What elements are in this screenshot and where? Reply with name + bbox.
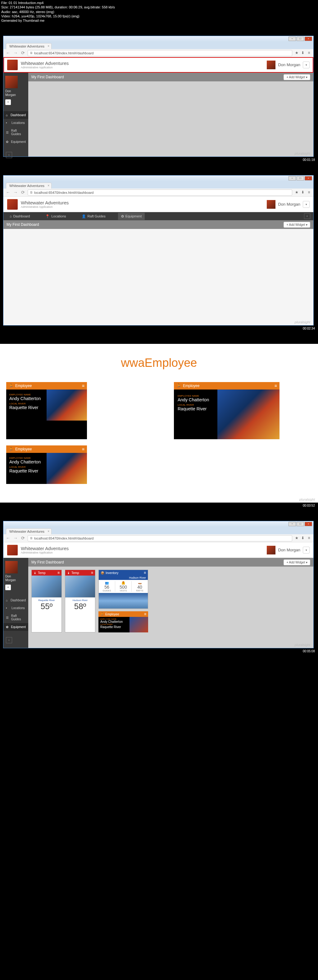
url-input[interactable]: 🗎 localhost:65470/index.html#/dashboard bbox=[28, 535, 292, 541]
watermark: pluralsight bbox=[295, 643, 310, 647]
widget-title: Temp bbox=[72, 571, 79, 574]
field-label: EMPLOYEE NAME bbox=[9, 457, 43, 460]
sidebar-collapse-button[interactable]: ‹ bbox=[6, 152, 12, 158]
user-menu-button[interactable]: ▾ bbox=[303, 547, 310, 554]
url-text: localhost:65470/index.html#/dashboard bbox=[34, 191, 94, 194]
timestamp-4: 00:05:08 bbox=[0, 648, 318, 654]
stat-rafts: 🛶 40 RAFTS bbox=[132, 581, 148, 592]
card-header: 🏃 Employee ≡ bbox=[6, 382, 87, 390]
maximize-button[interactable]: □ bbox=[297, 37, 304, 41]
tab-strip: Whitewater Adventures × bbox=[3, 181, 313, 189]
minimize-button[interactable]: − bbox=[288, 522, 296, 526]
menu-icon[interactable]: ≡ bbox=[307, 190, 312, 195]
extension-icon[interactable]: ★ bbox=[294, 190, 299, 195]
back-button[interactable]: ← bbox=[5, 190, 11, 196]
dashboard-title: My First Dashboard bbox=[6, 223, 283, 227]
sidebar-item-equipment[interactable]: ✿ Equipment bbox=[3, 623, 28, 631]
slide-wwa-employee: wwaEmployee 🏃 Employee ≡ EMPLOYEE NAME A… bbox=[0, 344, 318, 503]
sidebar-item-label: Dashboard bbox=[11, 113, 26, 117]
add-widget-button[interactable]: + Add Widget ▾ bbox=[283, 222, 310, 228]
tab-close-icon[interactable]: × bbox=[48, 184, 49, 187]
sidebar-item-locations[interactable]: • Locations bbox=[3, 604, 28, 612]
employee-river: Raquette River bbox=[100, 625, 128, 629]
watermark: pluralsight bbox=[295, 151, 310, 155]
extension-icon-2[interactable]: ⬇ bbox=[300, 536, 305, 541]
hnav-item-dashboard[interactable]: ⌂ Dashboard bbox=[6, 213, 33, 220]
user-menu-button[interactable]: ▾ bbox=[303, 201, 310, 208]
extension-icon-2[interactable]: ⬇ bbox=[300, 51, 305, 56]
reload-button[interactable]: ⟳ bbox=[20, 190, 26, 196]
close-button[interactable]: × bbox=[305, 176, 312, 180]
url-text: localhost:65470/index.html#/dashboard bbox=[34, 51, 94, 55]
sidebar-item-raft-guides[interactable]: ☰ Raft Guides bbox=[3, 127, 28, 138]
forward-button[interactable]: → bbox=[13, 190, 18, 196]
maximize-button[interactable]: □ bbox=[297, 522, 304, 526]
forward-button[interactable]: → bbox=[13, 536, 18, 541]
sidebar-user-menu[interactable]: ▾ bbox=[5, 99, 11, 105]
reload-button[interactable]: ⟳ bbox=[20, 50, 26, 56]
extension-icon-2[interactable]: ⬇ bbox=[300, 190, 305, 195]
temp-widget-2[interactable]: 🌡 Temp ≡ Hudson River 58º bbox=[65, 570, 95, 632]
url-input[interactable]: 🗎 localhost:65470/index.html#/dashboard bbox=[28, 189, 292, 196]
app-subtitle: Administrative Application bbox=[21, 66, 264, 69]
widget-menu-icon[interactable]: ≡ bbox=[144, 571, 146, 575]
extension-icon[interactable]: ★ bbox=[294, 51, 299, 56]
sidebar-avatar bbox=[5, 76, 18, 88]
app-header: Whitewater Adventures Administrative App… bbox=[3, 57, 313, 73]
menu-icon[interactable]: ≡ bbox=[307, 51, 312, 56]
menu-icon[interactable]: ≡ bbox=[307, 536, 312, 541]
hnav-item-raft-guides[interactable]: 👤 Raft Guides bbox=[79, 213, 109, 220]
inventory-location: Hudson River bbox=[99, 576, 148, 580]
user-menu-button[interactable]: ▾ bbox=[303, 62, 310, 68]
list-icon: ☰ bbox=[6, 131, 9, 134]
window-titlebar: − □ × bbox=[3, 175, 313, 181]
nav-collapse-button[interactable]: ‹ bbox=[304, 213, 310, 219]
hnav-label: Equipment bbox=[126, 214, 142, 218]
temp-widget-1[interactable]: 🌡 Temp ≡ Raquette River 55º bbox=[31, 570, 62, 632]
widget-menu-icon[interactable]: ≡ bbox=[57, 571, 60, 575]
app-header: Whitewater Adventures Administrative App… bbox=[3, 542, 313, 558]
extension-icon[interactable]: ★ bbox=[294, 536, 299, 541]
browser-tab[interactable]: Whitewater Adventures × bbox=[6, 43, 52, 49]
close-button[interactable]: × bbox=[305, 37, 312, 41]
back-button[interactable]: ← bbox=[5, 536, 11, 541]
browser-tab[interactable]: Whitewater Adventures × bbox=[6, 183, 52, 189]
add-widget-button[interactable]: + Add Widget ▾ bbox=[283, 559, 310, 565]
vest-icon: 🦺 bbox=[115, 581, 131, 585]
tab-close-icon[interactable]: × bbox=[48, 530, 49, 533]
reload-button[interactable]: ⟳ bbox=[20, 536, 26, 541]
hnav-item-equipment[interactable]: ✿ Equipment bbox=[118, 213, 145, 220]
hnav-item-locations[interactable]: 📍 Locations bbox=[42, 213, 69, 220]
browser-tab[interactable]: Whitewater Adventures × bbox=[6, 528, 52, 534]
sidebar-item-raft-guides[interactable]: ☰ Raft Guides bbox=[3, 612, 28, 623]
widget-menu-icon[interactable]: ≡ bbox=[144, 612, 146, 616]
address-bar: ← → ⟳ 🗎 localhost:65470/index.html#/dash… bbox=[3, 534, 313, 542]
tab-close-icon[interactable]: × bbox=[48, 45, 49, 48]
sidebar-item-dashboard[interactable]: ⌂ Dashboard bbox=[3, 111, 28, 119]
back-button[interactable]: ← bbox=[5, 50, 11, 56]
sidebar-item-locations[interactable]: • Locations bbox=[3, 119, 28, 127]
employee-widget[interactable]: 🏃 Employee ≡ EMPLOYEE NAME Andy Chattert… bbox=[99, 611, 148, 632]
minimize-button[interactable]: − bbox=[288, 176, 296, 180]
box-icon: 📦 bbox=[101, 571, 104, 574]
watermark: pluralsight bbox=[295, 320, 310, 324]
sidebar-item-dashboard[interactable]: ⌂ Dashboard bbox=[3, 597, 28, 604]
card-menu-icon[interactable]: ≡ bbox=[275, 383, 277, 388]
widget-title: Inventory bbox=[106, 571, 118, 574]
forward-button[interactable]: → bbox=[13, 50, 18, 56]
sidebar-collapse-button[interactable]: ‹ bbox=[6, 637, 12, 643]
add-widget-button[interactable]: + Add Widget ▾ bbox=[283, 74, 310, 80]
employee-card-small-2: 🏃 Employee ≡ EMPLOYEE NAME Andy Chattert… bbox=[6, 445, 87, 484]
sidebar-item-equipment[interactable]: ✿ Equipment bbox=[3, 138, 28, 146]
card-menu-icon[interactable]: ≡ bbox=[82, 383, 84, 388]
url-input[interactable]: 🗎 localhost:65470/index.html#/dashboard bbox=[28, 50, 292, 56]
card-menu-icon[interactable]: ≡ bbox=[82, 447, 84, 452]
close-button[interactable]: × bbox=[305, 522, 312, 526]
inventory-widget[interactable]: 📦 Inventory ≡ Hudson River 👥 56 GUIDES bbox=[99, 570, 148, 609]
widget-menu-icon[interactable]: ≡ bbox=[91, 571, 93, 575]
sidebar-item-label: Equipment bbox=[11, 140, 26, 143]
app-logo bbox=[7, 199, 18, 210]
maximize-button[interactable]: □ bbox=[297, 176, 304, 180]
minimize-button[interactable]: − bbox=[288, 37, 296, 41]
sidebar-user-menu[interactable]: ▾ bbox=[5, 585, 11, 590]
